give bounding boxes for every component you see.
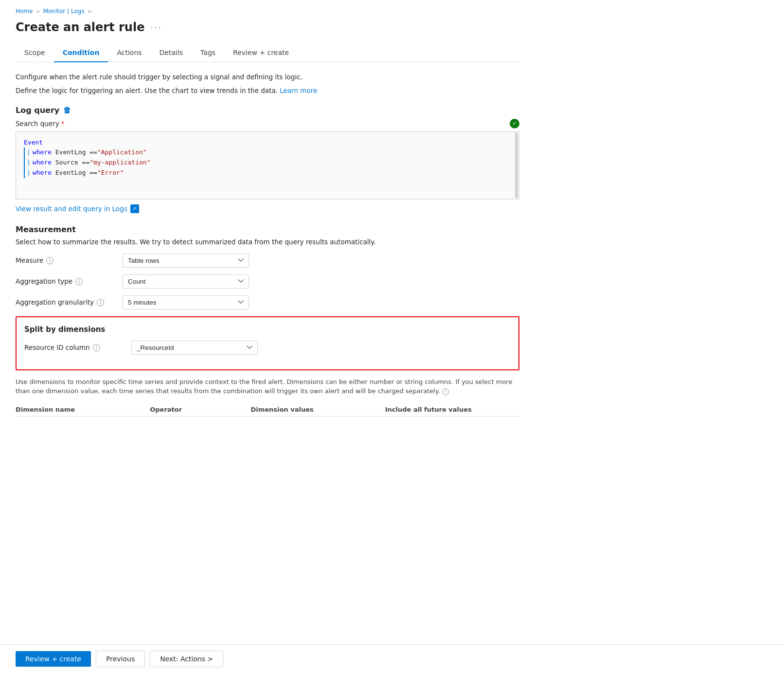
- query-scrollbar[interactable]: [515, 133, 518, 198]
- resource-id-info-icon[interactable]: i: [93, 344, 100, 351]
- aggregation-granularity-select[interactable]: 1 minute 5 minutes 10 minutes 15 minutes…: [123, 295, 249, 309]
- measurement-section-title: Measurement: [16, 225, 519, 234]
- view-query-link[interactable]: View result and edit query in Logs ⇗: [16, 204, 139, 213]
- breadcrumb-sep1: >: [36, 8, 40, 15]
- measure-row: Measure i Table rows Custom column: [16, 254, 519, 268]
- aggregation-granularity-row: Aggregation granularity i 1 minute 5 min…: [16, 295, 519, 309]
- required-star: *: [61, 120, 65, 127]
- query-line-3: | where Source == "my-application": [24, 158, 511, 168]
- resource-id-select[interactable]: _ResourceId None: [131, 341, 258, 355]
- query-valid-icon: ✓: [510, 119, 519, 128]
- aggregation-granularity-label: Aggregation granularity i: [16, 298, 123, 306]
- breadcrumb: Home > Monitor | Logs >: [16, 8, 519, 15]
- measure-info-icon[interactable]: i: [46, 257, 53, 264]
- aggregation-type-label: Aggregation type i: [16, 277, 123, 285]
- measure-select[interactable]: Table rows Custom column: [123, 254, 249, 268]
- dim-col-operator: Operator: [150, 406, 250, 413]
- dimension-table-header: Dimension name Operator Dimension values…: [16, 403, 519, 417]
- page-title: Create an alert rule: [16, 20, 144, 34]
- delete-query-icon[interactable]: 🗑: [63, 106, 71, 115]
- tab-tags[interactable]: Tags: [192, 44, 224, 62]
- breadcrumb-monitor[interactable]: Monitor | Logs: [43, 8, 85, 15]
- query-line-1: Event: [24, 138, 511, 148]
- measurement-desc: Select how to summarize the results. We …: [16, 238, 519, 246]
- page-title-row: Create an alert rule ···: [16, 20, 519, 34]
- split-by-dimensions-box: Split by dimensions Resource ID column i…: [16, 316, 519, 370]
- measure-label: Measure i: [16, 256, 123, 264]
- search-query-label-row: Search query * ✓: [16, 119, 519, 128]
- log-query-section-title: Log query 🗑: [16, 106, 519, 115]
- dim-col-dimension-name: Dimension name: [16, 406, 150, 413]
- breadcrumb-sep2: >: [88, 8, 92, 15]
- aggregation-type-info-icon[interactable]: i: [75, 278, 83, 285]
- query-line-4: | where EventLog == "Error": [24, 168, 511, 178]
- aggregation-type-select[interactable]: Count Sum Average Min Max: [123, 274, 249, 289]
- breadcrumb-home[interactable]: Home: [16, 8, 33, 15]
- split-desc-info-icon[interactable]: i: [442, 388, 449, 395]
- dim-col-dimension-values: Dimension values: [250, 406, 385, 413]
- learn-more-link[interactable]: Learn more: [280, 87, 317, 94]
- tab-details[interactable]: Details: [151, 44, 192, 62]
- split-dimensions-desc: Use dimensions to monitor specific time …: [16, 377, 519, 396]
- condition-desc2: Define the logic for triggering an alert…: [16, 86, 519, 95]
- condition-desc1: Configure when the alert rule should tri…: [16, 72, 519, 82]
- tab-actions[interactable]: Actions: [108, 44, 150, 62]
- external-link-icon: ⇗: [130, 204, 139, 213]
- query-editor[interactable]: Event | where EventLog == "Application" …: [16, 131, 519, 200]
- aggregation-type-row: Aggregation type i Count Sum Average Min…: [16, 274, 519, 289]
- tab-scope[interactable]: Scope: [16, 44, 54, 62]
- dim-col-include-future: Include all future values: [385, 406, 519, 413]
- resource-id-row: Resource ID column i _ResourceId None: [24, 341, 511, 355]
- tabs-nav: Scope Condition Actions Details Tags Rev…: [16, 44, 519, 62]
- query-line-2: | where EventLog == "Application": [24, 147, 511, 158]
- more-options-icon[interactable]: ···: [150, 22, 161, 33]
- aggregation-granularity-info-icon[interactable]: i: [97, 299, 104, 306]
- tab-condition[interactable]: Condition: [54, 44, 108, 62]
- split-dimensions-title: Split by dimensions: [24, 325, 511, 334]
- search-query-label: Search query: [16, 120, 59, 127]
- resource-id-label: Resource ID column i: [24, 344, 131, 351]
- tab-review-create[interactable]: Review + create: [224, 44, 298, 62]
